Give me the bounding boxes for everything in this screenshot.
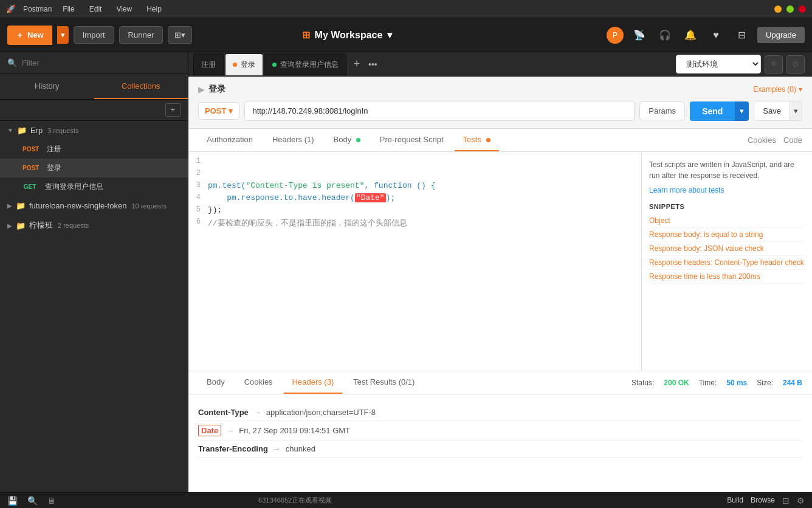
workspace-selector[interactable]: ⊞ My Workspace ▾	[302, 29, 393, 41]
snippet-1[interactable]: Response body: JSON value check	[649, 242, 805, 256]
snippet-0[interactable]: Response body: is equal to a string	[649, 228, 805, 242]
resp-tab-headers[interactable]: Headers (3)	[284, 371, 343, 394]
tab-collections[interactable]: Collections	[94, 74, 188, 99]
extra-button[interactable]: ⊞▾	[168, 26, 192, 44]
antenna-icon-btn[interactable]: 📡	[630, 26, 649, 45]
browse-btn[interactable]: Browse	[751, 496, 775, 506]
new-dropdown-button[interactable]: ▾	[57, 26, 69, 44]
send-dropdown-button[interactable]: ▾	[735, 101, 749, 121]
folder-icon: 📁	[17, 126, 27, 135]
new-collection-button[interactable]: +	[165, 103, 181, 117]
learn-more-link[interactable]: Learn more about tests	[649, 186, 805, 194]
resp-tab-cookies[interactable]: Cookies	[236, 371, 281, 394]
tab-register[interactable]: 注册	[193, 53, 224, 75]
maximize-btn[interactable]	[786, 5, 794, 13]
import-button[interactable]: Import	[74, 26, 114, 44]
request-name-register: 注册	[47, 144, 61, 154]
tab-more-button[interactable]: •••	[368, 60, 377, 69]
settings-bottom-icon[interactable]: ⚙	[797, 496, 805, 506]
snippet-3[interactable]: Response time is less than 200ms	[649, 270, 805, 284]
menu-help[interactable]: Help	[143, 4, 165, 15]
header-arrow-1: →	[226, 426, 234, 435]
monitor-icon-btn[interactable]: 🖥	[47, 496, 56, 506]
header-arrow-0: →	[253, 408, 261, 417]
examples-link[interactable]: Examples (0) ▾	[753, 85, 802, 94]
resp-tab-tests[interactable]: Test Results (0/1)	[345, 371, 423, 394]
tab-history[interactable]: History	[0, 74, 94, 99]
app-name: Postman	[23, 5, 52, 13]
tab-query[interactable]: 查询登录用户信息	[264, 53, 346, 75]
time-label: Time:	[699, 379, 717, 387]
snippet-object[interactable]: Object	[649, 214, 805, 228]
request-expand-arrow[interactable]: ▶	[198, 84, 205, 94]
close-btn[interactable]	[799, 5, 806, 13]
menu-file[interactable]: File	[59, 4, 78, 15]
code-line-3: 3 pm.test("Content-Type is present", fun…	[188, 181, 641, 193]
collection-futureloan-name: futureloan-new-single-token	[29, 201, 126, 210]
request-tabs-bar: 注册 登录 查询登录用户信息 + •••	[188, 52, 669, 77]
new-button[interactable]: ＋ New	[7, 26, 52, 45]
layout-icon-btn[interactable]: ⊟	[732, 26, 751, 45]
request-title-row: ▶ 登录 Examples (0) ▾	[198, 84, 802, 95]
tab-login[interactable]: 登录	[225, 53, 263, 75]
bell-icon-btn[interactable]: 🔔	[681, 26, 700, 45]
header-transfer-encoding: Transfer-Encoding → chunked	[198, 441, 802, 458]
save-icon-btn[interactable]: 💾	[7, 496, 18, 506]
nav-headers[interactable]: Headers (1)	[264, 129, 323, 151]
header-arrow-2: →	[273, 444, 281, 453]
settings-icon-btn[interactable]: ⚙	[786, 55, 805, 74]
collection-erp-header[interactable]: ▼ 📁 Erp 3 requests	[0, 121, 188, 140]
method-label: POST	[205, 106, 226, 115]
url-row: POST ▾ Params Send ▾ Save ▾	[198, 101, 802, 121]
runner-button[interactable]: Runner	[119, 26, 163, 44]
nav-tests[interactable]: Tests	[455, 129, 499, 151]
snippets-panel: › Test scripts are written in JavaScript…	[642, 152, 812, 371]
build-btn[interactable]: Build	[727, 496, 743, 506]
params-button[interactable]: Params	[639, 101, 685, 120]
minimize-btn[interactable]	[774, 5, 782, 13]
code-editor[interactable]: 1 2 3 pm.test("Content-Type is present",…	[188, 152, 642, 371]
cookies-link[interactable]: Cookies	[748, 136, 776, 145]
collection-lemon-name: 柠檬班	[29, 220, 53, 231]
heart-icon-btn[interactable]: ♥	[706, 26, 726, 45]
upgrade-button[interactable]: Upgrade	[757, 27, 805, 43]
avatar[interactable]: P	[607, 27, 624, 44]
send-button[interactable]: Send	[690, 101, 735, 121]
collection-futureloan-header[interactable]: ▶ 📁 futureloan-new-single-token 10 reque…	[0, 196, 188, 215]
search-bottom-icon-btn[interactable]: 🔍	[27, 496, 38, 506]
method-chevron-icon: ▾	[229, 106, 233, 115]
nav-body[interactable]: Body	[325, 129, 369, 151]
method-badge-post-login: POST	[19, 164, 42, 172]
nav-prerequest[interactable]: Pre-request Script	[371, 129, 452, 151]
headset-icon-btn[interactable]: 🎧	[655, 26, 675, 45]
url-input[interactable]	[244, 101, 635, 121]
request-item-query[interactable]: GET 查询登录用户信息	[0, 177, 188, 196]
header-date: Date → Fri, 27 Sep 2019 09:14:51 GMT	[198, 421, 802, 441]
code-line-6: 6 //要检查的响应头，不是指里面的指，指的这个头部信息	[188, 218, 641, 230]
menu-edit[interactable]: Edit	[86, 4, 106, 15]
code-line-5: 5 });	[188, 205, 641, 218]
nav-authorization[interactable]: Authorization	[198, 129, 261, 151]
layout-bottom-icon[interactable]: ⊟	[782, 496, 790, 506]
snippet-2[interactable]: Response headers: Content-Type header ch…	[649, 256, 805, 270]
save-button-group: Save ▾	[754, 101, 802, 121]
search-input[interactable]	[22, 58, 181, 67]
save-button[interactable]: Save	[754, 101, 790, 121]
snippets-description: Test scripts are written in JavaScript, …	[649, 159, 805, 181]
collection-futureloan-arrow: ▶	[7, 202, 12, 209]
environment-select[interactable]: 测试环境	[676, 55, 761, 74]
collection-lemon-header[interactable]: ▶ 📁 柠檬班 2 requests	[0, 215, 188, 236]
request-item-register[interactable]: POST 注册	[0, 140, 188, 159]
toolbar: ＋ New ▾ Import Runner ⊞▾ ⊞ My Workspace …	[0, 18, 812, 52]
method-select[interactable]: POST ▾	[198, 102, 239, 120]
code-link[interactable]: Code	[783, 136, 802, 145]
save-dropdown-button[interactable]: ▾	[790, 101, 802, 121]
resp-tab-body[interactable]: Body	[198, 371, 233, 394]
eye-icon-btn[interactable]: 👁	[765, 55, 783, 74]
menu-view[interactable]: View	[112, 4, 136, 15]
request-item-login[interactable]: POST 登录	[0, 159, 188, 177]
window-controls	[774, 5, 806, 13]
request-name-query: 查询登录用户信息	[45, 182, 103, 192]
add-tab-button[interactable]: +	[348, 55, 366, 74]
send-button-group: Send ▾	[690, 101, 749, 121]
